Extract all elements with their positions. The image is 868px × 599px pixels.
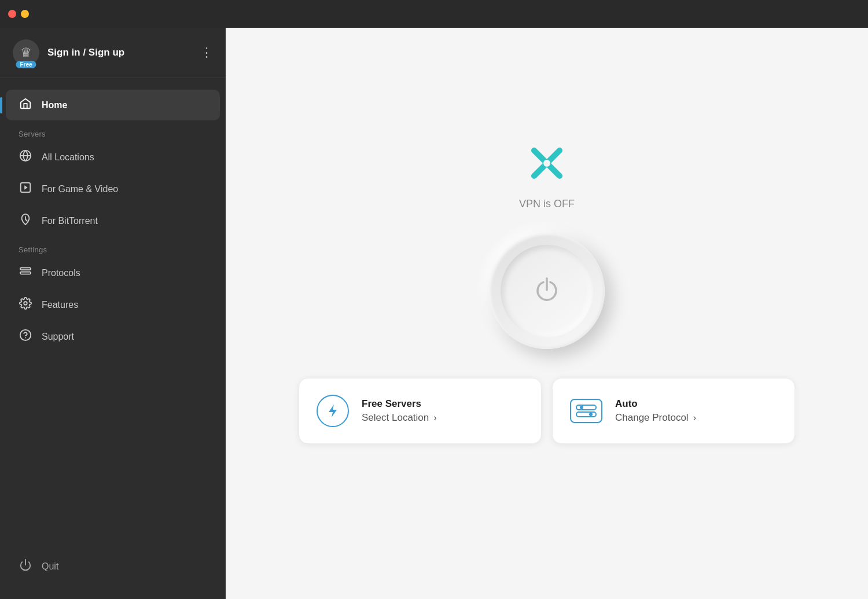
more-menu-button[interactable]: ⋮: [200, 46, 213, 59]
main-content-area: VPN is OFF Free Servers: [226, 0, 868, 599]
servers-section-label: Servers: [0, 122, 226, 141]
sidebar-item-home[interactable]: Home: [6, 90, 220, 120]
quit-label: Quit: [42, 561, 58, 572]
auto-protocol-text: Auto Change Protocol ›: [615, 398, 777, 424]
main-inner: VPN is OFF Free Servers: [226, 28, 868, 599]
play-icon: [19, 181, 32, 197]
lightning-icon-wrapper: [317, 395, 349, 427]
torrent-icon: [19, 213, 32, 229]
auto-protocol-arrow: ›: [693, 413, 696, 423]
globe-icon: [19, 149, 32, 165]
free-servers-card[interactable]: Free Servers Select Location ›: [299, 378, 542, 444]
svg-point-18: [589, 413, 593, 416]
auto-protocol-title: Auto: [615, 398, 777, 410]
svg-rect-5: [20, 272, 31, 274]
user-left: ♛ Free Sign in / Sign up: [13, 39, 124, 66]
free-servers-subtitle: Select Location ›: [362, 412, 524, 424]
sidebar-item-bittorrent[interactable]: For BitTorrent: [6, 205, 220, 236]
all-locations-label: All Locations: [42, 152, 94, 163]
vpn-logo: [526, 142, 568, 186]
power-button-inner: [501, 245, 593, 337]
svg-marker-3: [24, 185, 28, 189]
power-button[interactable]: [489, 233, 605, 349]
free-servers-arrow: ›: [433, 413, 436, 423]
svg-rect-15: [576, 405, 596, 410]
settings-section-label: Settings: [0, 237, 226, 256]
game-video-label: For Game & Video: [42, 184, 118, 194]
protocols-label: Protocols: [42, 268, 80, 278]
power-icon: [19, 558, 32, 574]
free-servers-title: Free Servers: [362, 398, 524, 410]
user-section: ♛ Free Sign in / Sign up ⋮: [0, 28, 226, 78]
nav-section: Home Servers All Locations For G: [0, 78, 226, 551]
auto-protocol-subtitle: Change Protocol ›: [615, 412, 777, 424]
sidebar: ♛ Free Sign in / Sign up ⋮ Home Servers: [0, 0, 226, 599]
protocols-icon: [19, 265, 32, 281]
crown-icon: ♛: [20, 45, 32, 60]
svg-point-6: [24, 302, 27, 305]
support-icon: [19, 329, 32, 344]
close-button[interactable]: [8, 10, 16, 18]
user-name[interactable]: Sign in / Sign up: [47, 47, 124, 58]
home-icon: [19, 97, 32, 113]
support-label: Support: [42, 332, 74, 342]
svg-marker-14: [329, 405, 337, 417]
avatar: ♛ Free: [13, 39, 39, 66]
free-badge: Free: [16, 61, 36, 68]
features-label: Features: [42, 300, 78, 310]
svg-point-12: [543, 160, 550, 167]
minimize-button[interactable]: [21, 10, 29, 18]
protocol-icon-wrapper: [570, 399, 602, 423]
sidebar-item-protocols[interactable]: Protocols: [6, 258, 220, 288]
bottom-cards: Free Servers Select Location ›: [226, 378, 868, 473]
bittorrent-label: For BitTorrent: [42, 216, 98, 226]
gear-icon: [19, 297, 32, 313]
vpn-status-text: VPN is OFF: [519, 198, 575, 210]
svg-point-16: [580, 406, 583, 409]
quit-button[interactable]: Quit: [6, 551, 220, 582]
svg-rect-17: [576, 412, 596, 417]
home-label: Home: [42, 100, 67, 111]
svg-rect-4: [20, 268, 31, 270]
titlebar: [0, 0, 868, 28]
free-servers-text: Free Servers Select Location ›: [362, 398, 524, 424]
quit-section: Quit: [0, 551, 226, 599]
auto-protocol-card[interactable]: Auto Change Protocol ›: [552, 378, 795, 444]
sidebar-item-support[interactable]: Support: [6, 321, 220, 352]
window-controls: [8, 10, 29, 18]
sidebar-item-game-video[interactable]: For Game & Video: [6, 174, 220, 204]
sidebar-item-features[interactable]: Features: [6, 289, 220, 320]
sidebar-item-all-locations[interactable]: All Locations: [6, 142, 220, 172]
